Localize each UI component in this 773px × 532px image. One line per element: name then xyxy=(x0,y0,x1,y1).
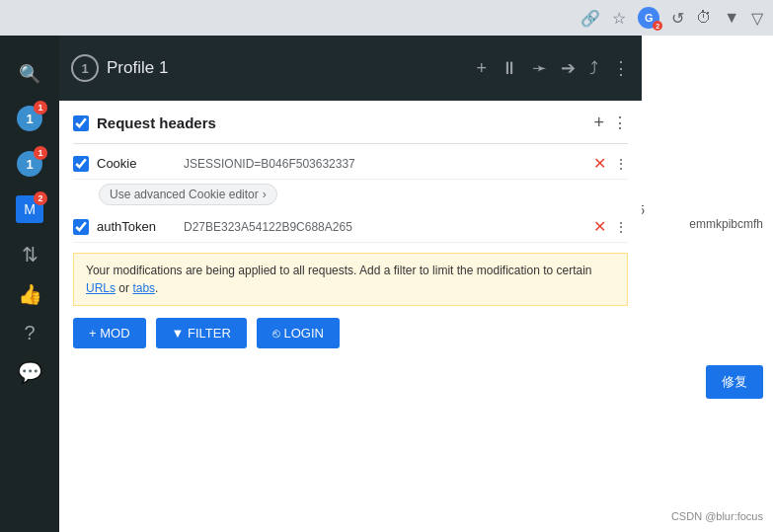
sidebar-search-icon[interactable]: 🔍 xyxy=(9,53,50,95)
authtoken-key: authToken xyxy=(97,219,176,234)
main-panel: 1 Profile 1 + ⏸ ➛ ➔ ⤴ ⋮ Request headers … xyxy=(59,36,642,532)
sidebar-item-profile1[interactable]: 1 1 xyxy=(10,99,49,138)
sidebar-badge-2: 1 xyxy=(34,146,47,160)
header-plus-icon[interactable]: + xyxy=(476,58,487,79)
request-headers-section: Request headers + ⋮ xyxy=(73,113,628,133)
request-headers-checkbox[interactable] xyxy=(73,115,89,131)
header-bar: 1 Profile 1 + ⏸ ➛ ➔ ⤴ ⋮ xyxy=(59,36,642,101)
cookie-row: Cookie JSESSIONID=B046F503632337 ✕ ⋮ xyxy=(73,148,628,180)
warning-link-urls[interactable]: URLs xyxy=(86,281,116,295)
header-profile-circle: 1 xyxy=(71,54,99,82)
warning-or: or xyxy=(118,281,129,295)
cookie-value: JSESSIONID=B046F503632337 xyxy=(184,157,585,171)
reload-icon[interactable]: ↺ xyxy=(671,9,684,28)
divider-1 xyxy=(73,143,628,144)
sidebar-help-icon[interactable]: ? xyxy=(16,314,42,352)
warning-end: . xyxy=(155,281,158,295)
chrome-profile-avatar[interactable]: G 2 xyxy=(638,7,659,29)
header-more-icon[interactable]: ⋮ xyxy=(612,57,630,79)
filter-button[interactable]: ▼ FILTER xyxy=(156,318,247,348)
authtoken-value: D27BE323A54122B9C688A265 xyxy=(184,220,585,234)
star-icon[interactable]: ☆ xyxy=(612,9,626,28)
download-arrow-icon[interactable]: ▼ xyxy=(724,9,739,27)
sidebar-badge-3: 2 xyxy=(34,191,47,205)
warning-banner: Your modifications are being applied to … xyxy=(73,253,628,306)
header-signin-icon[interactable]: ➔ xyxy=(561,57,576,79)
sidebar: ☰ 🔍 1 1 1 1 M 2 ⇅ 👍 ? 💬 xyxy=(0,0,59,532)
avatar-label: G xyxy=(645,12,654,24)
sidebar-item-profile1b[interactable]: 1 1 xyxy=(10,144,49,184)
header-title: Profile 1 xyxy=(107,58,468,78)
watermark-text: CSDN @blur:focus xyxy=(671,510,763,522)
history-icon[interactable]: ⏱ xyxy=(696,9,712,27)
sidebar-sort-icon[interactable]: ⇅ xyxy=(14,235,46,274)
repair-button[interactable]: 修复 xyxy=(706,365,763,399)
request-headers-title: Request headers xyxy=(97,114,585,131)
cookie-editor-hint-text: Use advanced Cookie editor xyxy=(110,188,259,201)
cookie-more-icon[interactable]: ⋮ xyxy=(614,156,628,172)
warning-link-tabs[interactable]: tabs xyxy=(132,281,155,295)
share-icon[interactable]: 🔗 xyxy=(580,9,600,28)
sidebar-like-icon[interactable]: 👍 xyxy=(10,274,50,314)
sidebar-item-mod[interactable]: M 2 xyxy=(10,190,49,229)
authtoken-row: authToken D27BE323A54122B9C688A265 ✕ ⋮ xyxy=(73,211,628,243)
avatar-badge: 2 xyxy=(653,21,662,31)
header-forward-icon[interactable]: ➛ xyxy=(532,57,547,79)
content-area: Request headers + ⋮ Cookie JSESSIONID=B0… xyxy=(59,101,642,360)
mod-button[interactable]: + MOD xyxy=(73,318,146,348)
request-headers-add-icon[interactable]: + xyxy=(593,113,604,133)
warning-text: Your modifications are being applied to … xyxy=(86,264,592,277)
sidebar-badge-1: 1 xyxy=(34,101,47,114)
header-expand-icon[interactable]: ⤴ xyxy=(589,58,598,79)
chrome-topbar: 🔗 ☆ G 2 ↺ ⏱ ▼ ▽ xyxy=(0,0,773,36)
authtoken-more-icon[interactable]: ⋮ xyxy=(614,219,628,235)
cookie-editor-chevron-icon: › xyxy=(263,188,267,201)
action-buttons: + MOD ▼ FILTER ⎋ LOGIN xyxy=(73,318,628,348)
cookie-key: Cookie xyxy=(97,156,176,171)
header-pause-icon[interactable]: ⏸ xyxy=(501,58,518,79)
bg-mid-right-text: emmkpibcmfh xyxy=(689,217,763,231)
login-button[interactable]: ⎋ LOGIN xyxy=(257,318,340,348)
request-headers-more-icon[interactable]: ⋮ xyxy=(612,114,628,132)
window-menu-icon[interactable]: ▽ xyxy=(751,9,763,28)
authtoken-delete-icon[interactable]: ✕ xyxy=(593,217,606,236)
sidebar-chat-icon[interactable]: 💬 xyxy=(10,352,50,392)
cookie-checkbox[interactable] xyxy=(73,156,89,172)
authtoken-checkbox[interactable] xyxy=(73,219,89,235)
cookie-delete-icon[interactable]: ✕ xyxy=(593,154,606,173)
cookie-editor-hint[interactable]: Use advanced Cookie editor › xyxy=(99,184,277,205)
header-actions: + ⏸ ➛ ➔ ⤴ ⋮ xyxy=(476,57,630,79)
